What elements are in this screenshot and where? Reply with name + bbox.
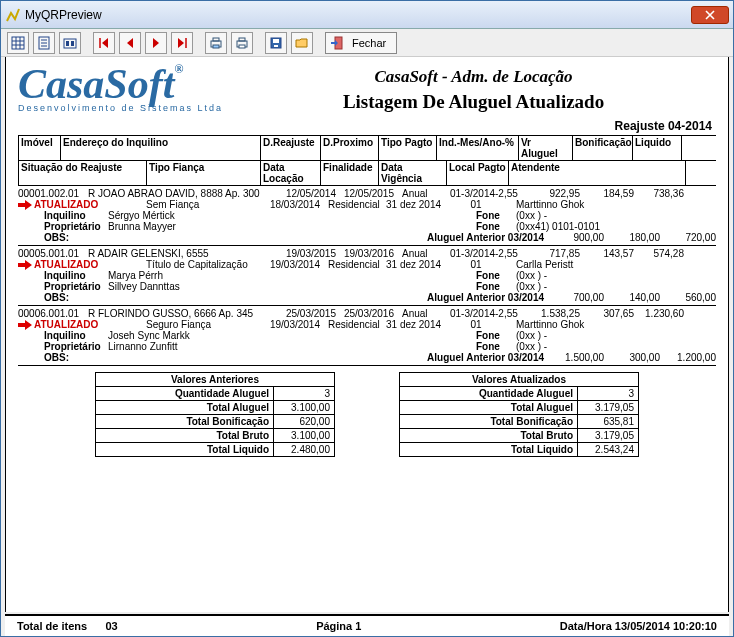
arrow-icon — [18, 319, 34, 330]
svg-rect-19 — [213, 38, 219, 41]
report-page: CasaSoft® Desenvolvimento de Sistemas Lt… — [18, 57, 716, 457]
datetime: Data/Hora 13/05/2014 10:20:10 — [560, 620, 717, 632]
record: 00001.002.01R JOAO ABRAO DAVID, 8888 Ap.… — [18, 188, 716, 246]
svg-marker-32 — [18, 320, 32, 330]
svg-rect-22 — [239, 38, 245, 41]
statusbar: Total de itens 03 Página 1 Data/Hora 13/… — [5, 614, 729, 636]
total-items-label: Total de itens 03 — [17, 620, 118, 632]
svg-rect-25 — [273, 39, 279, 43]
record: 00006.001.01R FLORINDO GUSSO, 6666 Ap. 3… — [18, 308, 716, 366]
column-headers-1: Imóvel Endereço do Inquilino D.Reajuste … — [18, 135, 716, 161]
reajuste-period: Reajuste 04-2014 — [18, 119, 712, 133]
window-title: MyQRPreview — [25, 8, 691, 22]
svg-marker-16 — [178, 38, 184, 48]
svg-marker-31 — [18, 260, 32, 270]
open-button[interactable] — [291, 32, 313, 54]
svg-rect-26 — [274, 45, 278, 47]
page-number: Página 1 — [118, 620, 560, 632]
company-name: CasaSoft - Adm. de Locação — [231, 67, 716, 87]
nav-next-button[interactable] — [145, 32, 167, 54]
app-icon — [5, 7, 21, 23]
nav-page-button[interactable] — [33, 32, 55, 54]
svg-marker-13 — [102, 38, 108, 48]
svg-rect-23 — [239, 45, 245, 48]
report-title: Listagem De Aluguel Atualizado — [231, 91, 716, 113]
arrow-icon — [18, 259, 34, 270]
svg-rect-20 — [213, 45, 219, 48]
nav-last-button[interactable] — [171, 32, 193, 54]
save-button[interactable] — [265, 32, 287, 54]
nav-first-button[interactable] — [93, 32, 115, 54]
toolbar: Fechar — [1, 29, 733, 57]
nav-grid-button[interactable] — [7, 32, 29, 54]
titlebar: MyQRPreview — [1, 1, 733, 29]
svg-marker-30 — [18, 200, 32, 210]
nav-zoom-button[interactable] — [59, 32, 81, 54]
summary-tables: Valores Anteriores Quantidade Aluguel3 T… — [18, 372, 716, 457]
logo: CasaSoft® Desenvolvimento de Sistemas Lt… — [18, 63, 223, 113]
record: 00005.001.01R ADAIR GELENSKI, 655519/03/… — [18, 248, 716, 306]
svg-marker-14 — [127, 38, 133, 48]
door-icon — [330, 36, 346, 50]
svg-rect-0 — [12, 37, 24, 49]
column-headers-2: Situação do Reajuste Tipo Fiança Data Lo… — [18, 161, 716, 186]
nav-prev-button[interactable] — [119, 32, 141, 54]
summary-anteriores: Valores Anteriores Quantidade Aluguel3 T… — [95, 372, 335, 457]
fechar-label: Fechar — [352, 37, 386, 49]
close-button[interactable] — [691, 6, 729, 24]
report-viewport[interactable]: CasaSoft® Desenvolvimento de Sistemas Lt… — [5, 57, 729, 612]
svg-marker-15 — [153, 38, 159, 48]
svg-rect-9 — [64, 39, 76, 48]
svg-rect-11 — [71, 41, 74, 46]
fechar-button[interactable]: Fechar — [325, 32, 397, 54]
svg-rect-10 — [66, 41, 69, 46]
printer-setup-button[interactable] — [205, 32, 227, 54]
window-root: MyQRPreview Fechar CasaSoft® — [0, 0, 734, 637]
print-button[interactable] — [231, 32, 253, 54]
arrow-icon — [18, 199, 34, 210]
summary-atualizados: Valores Atualizados Quantidade Aluguel3 … — [399, 372, 639, 457]
